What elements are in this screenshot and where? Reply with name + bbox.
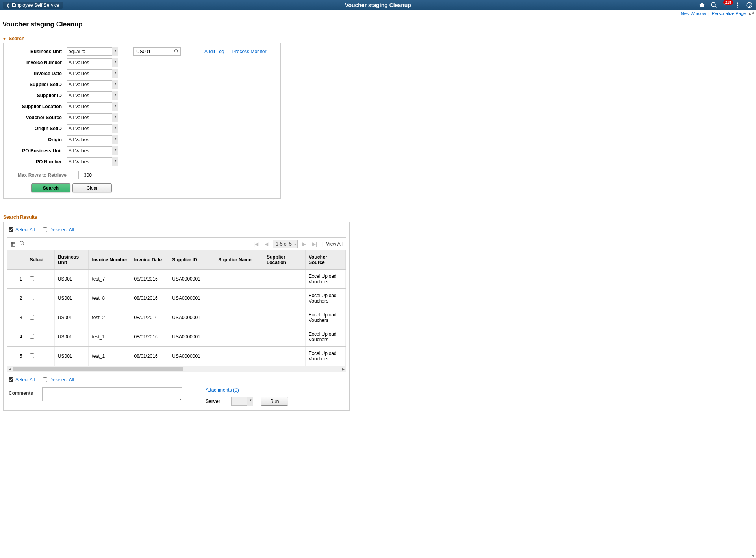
field-label: PO Business Unit	[9, 148, 67, 153]
select-cell	[26, 308, 54, 327]
home-icon[interactable]	[699, 2, 706, 9]
operator-select[interactable]	[67, 47, 118, 56]
scroll-up-icon[interactable]: ▲	[751, 10, 755, 15]
deselect-all-link-bottom[interactable]: Deselect All	[49, 377, 74, 382]
operator-select[interactable]	[67, 124, 118, 133]
run-button[interactable]: Run	[261, 397, 288, 406]
column-header[interactable]: Voucher Source	[306, 250, 346, 270]
grid-toolbar: ▦ |◀ ◀ 1-5 of 5 ▶ ▶| | View All	[7, 238, 346, 250]
search-icon[interactable]	[710, 2, 717, 9]
notifications-icon[interactable]: 215	[722, 2, 729, 9]
grid-personalize-icon[interactable]: ▦	[10, 241, 15, 247]
operator-select[interactable]	[67, 146, 118, 155]
row-range-select[interactable]: 1-5 of 5	[273, 241, 298, 247]
operator-select[interactable]	[67, 113, 118, 122]
select-all-link-bottom[interactable]: Select All	[15, 377, 35, 382]
svg-point-0	[737, 2, 738, 4]
next-page-icon[interactable]: ▶	[301, 241, 308, 247]
search-section-header[interactable]: ▼ Search	[0, 34, 756, 43]
operator-select[interactable]	[67, 157, 118, 166]
search-section-title: Search	[9, 36, 24, 41]
select-all-checkbox[interactable]	[9, 227, 13, 232]
field-label: Business Unit	[9, 49, 67, 54]
clear-button[interactable]: Clear	[72, 183, 112, 192]
row-select-checkbox[interactable]	[30, 353, 34, 358]
select-cell	[26, 270, 54, 289]
operator-select[interactable]	[67, 91, 118, 100]
horizontal-scrollbar[interactable]: ◀ ▶	[7, 366, 346, 372]
cell-suploc	[263, 289, 305, 308]
scroll-left-icon[interactable]: ◀	[7, 366, 13, 372]
column-header[interactable]: Business Unit	[54, 250, 89, 270]
search-field-row: Invoice Number	[9, 58, 274, 67]
comments-label: Comments	[9, 387, 34, 396]
results-table: SelectBusiness UnitInvoice NumberInvoice…	[7, 250, 346, 366]
cell-suploc	[263, 270, 305, 289]
search-button[interactable]: Search	[31, 183, 70, 192]
process-monitor-link[interactable]: Process Monitor	[232, 49, 267, 54]
operator-select[interactable]	[67, 135, 118, 144]
cell-supname	[215, 327, 263, 347]
cell-supid: USA0000001	[169, 289, 215, 308]
audit-log-link[interactable]: Audit Log	[204, 49, 224, 54]
column-header[interactable]: Supplier ID	[169, 250, 215, 270]
deselect-all-checkbox-bottom[interactable]	[43, 377, 47, 382]
personalize-link[interactable]: Personalize Page	[712, 11, 746, 16]
lookup-input[interactable]	[133, 47, 181, 56]
rownum-header	[7, 250, 26, 270]
select-row-bottom: Select All Deselect All	[7, 377, 346, 382]
select-all-link[interactable]: Select All	[15, 227, 35, 233]
cell-bu: US001	[54, 270, 89, 289]
search-field-row: PO Business Unit	[9, 146, 274, 155]
cell-bu: US001	[54, 347, 89, 366]
separator: |	[322, 241, 323, 247]
max-rows-input[interactable]	[78, 171, 94, 179]
comments-textarea[interactable]	[42, 387, 182, 401]
field-label: Supplier Location	[9, 104, 67, 109]
cell-inv: test_1	[89, 347, 131, 366]
row-select-checkbox[interactable]	[30, 315, 34, 320]
deselect-all-checkbox[interactable]	[43, 227, 47, 232]
operator-select[interactable]	[67, 58, 118, 67]
deselect-all-link[interactable]: Deselect All	[49, 227, 74, 233]
operator-select[interactable]	[67, 69, 118, 78]
svg-point-1	[737, 5, 738, 6]
scroll-right-icon[interactable]: ▶	[340, 366, 346, 372]
cell-bu: US001	[54, 308, 89, 327]
cell-inv: test_1	[89, 327, 131, 347]
row-select-checkbox[interactable]	[30, 296, 34, 300]
field-label: Invoice Date	[9, 71, 67, 76]
operator-select[interactable]	[67, 102, 118, 111]
row-select-checkbox[interactable]	[30, 276, 34, 281]
cell-supid: USA0000001	[169, 327, 215, 347]
operator-select[interactable]	[67, 80, 118, 89]
column-header[interactable]: Invoice Number	[89, 250, 131, 270]
actions-icon[interactable]	[734, 2, 741, 9]
attachments-link[interactable]: Attachments (0)	[206, 387, 288, 393]
top-links: New Window | Personalize Page ▲	[0, 10, 756, 17]
collapse-icon: ▼	[2, 37, 6, 41]
nav-icon[interactable]	[746, 2, 753, 9]
server-select[interactable]	[231, 397, 253, 406]
column-header[interactable]: Invoice Date	[131, 250, 169, 270]
grid-find-icon[interactable]	[19, 240, 25, 247]
back-button[interactable]: ❮ Employee Self Service	[3, 2, 63, 9]
notification-badge: 215	[723, 0, 733, 5]
new-window-link[interactable]: New Window	[681, 11, 706, 16]
select-cell	[26, 327, 54, 347]
first-page-icon[interactable]: |◀	[252, 241, 260, 247]
prev-page-icon[interactable]: ◀	[263, 241, 270, 247]
last-page-icon[interactable]: ▶|	[311, 241, 319, 247]
column-header[interactable]: Supplier Location	[263, 250, 305, 270]
field-label: Origin	[9, 137, 67, 142]
cell-inv: test_7	[89, 270, 131, 289]
column-header[interactable]: Select	[26, 250, 54, 270]
column-header[interactable]: Supplier Name	[215, 250, 263, 270]
select-all-checkbox-bottom[interactable]	[9, 377, 13, 382]
row-select-checkbox[interactable]	[30, 334, 34, 339]
page-scrollbar[interactable]: ▲ ▼	[750, 10, 756, 411]
chevron-left-icon: ❮	[6, 3, 10, 8]
button-row: Search Clear	[31, 183, 274, 192]
lookup-icon[interactable]	[174, 49, 179, 55]
view-all-link[interactable]: View All	[326, 241, 343, 247]
